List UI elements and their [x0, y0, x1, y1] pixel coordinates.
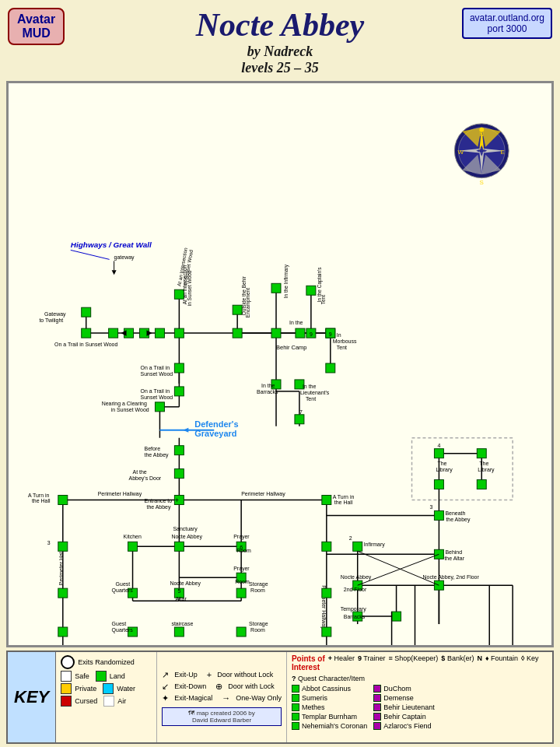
air-label: Air: [117, 697, 126, 705]
svg-rect-115: [155, 402, 164, 412]
exit-magic-label: Exit-Magical: [174, 694, 212, 702]
header: AvatarMUD Nocte Abbey by Nadreck levels …: [0, 0, 560, 79]
page-wrapper: AvatarMUD Nocte Abbey by Nadreck levels …: [0, 0, 560, 747]
svg-text:Before: Before: [145, 446, 161, 451]
svg-text:Library: Library: [478, 467, 495, 473]
npc-azlaroc: Azlaroc's Fiend: [373, 722, 435, 730]
svg-text:9: 9: [329, 331, 332, 337]
svg-text:Nocte Abbey: Nocte Abbey: [170, 580, 201, 587]
svg-text:the Hall: the Hall: [334, 500, 353, 505]
npc-nehemiah: Nehemiah's Coronan: [292, 722, 367, 730]
svg-text:In: In: [337, 332, 341, 338]
svg-text:Barracks: Barracks: [257, 389, 278, 395]
water-swatch: [103, 683, 114, 694]
svg-text:the Abbey: the Abbey: [146, 504, 171, 510]
svg-text:Storage: Storage: [249, 621, 268, 627]
svg-rect-112: [174, 387, 184, 396]
svg-rect-121: [174, 446, 184, 455]
svg-rect-171: [236, 627, 246, 637]
svg-text:in Sunset Wood: in Sunset Wood: [187, 270, 192, 306]
svg-text:to Twilight: to Twilight: [39, 317, 63, 324]
legend-exits: ↗ Exit-Up + Door without Lock ↙ Exit-Dow…: [157, 652, 287, 742]
svg-text:9: 9: [310, 331, 313, 337]
svg-text:W: W: [458, 149, 464, 156]
svg-text:Room: Room: [250, 627, 265, 633]
svg-text:N: N: [479, 131, 484, 138]
door-no-lock-label: Door without Lock: [217, 671, 273, 679]
svg-rect-0: [9, 104, 551, 624]
svg-text:Lieutenant's: Lieutenant's: [300, 390, 330, 395]
cursed-swatch: [61, 696, 72, 707]
npc-dot: [373, 722, 381, 730]
svg-text:On a Trail in: On a Trail in: [141, 388, 170, 394]
npc-dot: [292, 694, 299, 702]
door-no-lock-icon: +: [207, 670, 212, 679]
npc-duchom: DuChom: [373, 685, 435, 693]
svg-text:Encampment: Encampment: [245, 288, 251, 317]
svg-text:the Abbey: the Abbey: [446, 517, 471, 523]
svg-text:Quarters: Quarters: [112, 627, 134, 633]
npc-dot: [373, 703, 381, 711]
svg-text:On a Trail in Sunset Wood: On a Trail in Sunset Wood: [54, 342, 117, 347]
water-label: Water: [117, 685, 135, 693]
svg-text:E: E: [501, 149, 505, 156]
svg-text:On a Trail in: On a Trail in: [141, 365, 170, 370]
svg-text:A Turn in: A Turn in: [333, 494, 355, 500]
header-subtitle2: levels 25 – 35: [0, 60, 560, 76]
svg-text:the Altar: the Altar: [444, 556, 464, 561]
cursed-label: Cursed: [75, 697, 97, 705]
npc-dot: [292, 685, 299, 693]
svg-rect-152: [174, 542, 184, 551]
svg-text:+: +: [175, 496, 179, 504]
svg-rect-197: [477, 480, 486, 489]
svg-text:Perimeter Hallway: Perimeter Hallway: [98, 491, 142, 497]
svg-rect-87: [306, 286, 316, 295]
svg-rect-199: [434, 510, 443, 520]
exit-up-icon: ↗: [162, 670, 169, 680]
svg-rect-190: [434, 449, 443, 458]
exits-randomized-row: Exits Randomized: [61, 655, 152, 669]
land-swatch: [96, 671, 107, 682]
svg-rect-76: [174, 328, 184, 338]
exit-down-label: Exit-Down: [174, 682, 206, 690]
svg-text:3: 3: [47, 540, 51, 545]
safe-label: Safe: [75, 672, 89, 680]
svg-text:Barracks: Barracks: [344, 614, 366, 619]
svg-text:S: S: [480, 179, 484, 186]
svg-text:the Hall: the Hall: [32, 498, 51, 503]
svg-rect-191: [477, 449, 486, 458]
svg-text:Kitchen: Kitchen: [124, 534, 142, 539]
legend-credits: 🗺 map created 2006 by David Edward Barbe…: [162, 707, 282, 726]
svg-rect-71: [82, 328, 91, 338]
svg-text:Tent: Tent: [337, 345, 347, 350]
npc-behir-cap: Behir Captain: [373, 713, 435, 721]
svg-text:Behir Camp: Behir Camp: [276, 344, 306, 351]
svg-text:Quarters: Quarters: [112, 587, 134, 594]
npc-behir-lt: Behir Lieutenant: [373, 703, 435, 711]
legend-terrain: Exits Randomized Safe Land Private Water…: [56, 652, 157, 742]
private-row: Private Water: [61, 683, 152, 694]
svg-text:Gateway: Gateway: [44, 311, 66, 317]
poi-npc-list: Abbot Cassinus Sumeris Methes Templar Bu…: [292, 684, 548, 731]
map-svg: S N W E Highways / Great Wall: [9, 83, 551, 645]
svg-rect-175: [322, 542, 331, 551]
exit-up-label: Exit-Up: [174, 671, 198, 679]
svg-text:in Sunset Wood: in Sunset Wood: [111, 407, 149, 412]
svg-rect-176: [322, 588, 331, 598]
svg-text:Behind: Behind: [445, 549, 462, 555]
svg-rect-86: [271, 328, 281, 338]
svg-rect-144: [128, 542, 138, 551]
svg-text:Room: Room: [235, 579, 250, 584]
npc-dot: [373, 694, 381, 702]
server-line1: avatar.outland.org: [470, 12, 544, 23]
svg-text:Guest: Guest: [116, 581, 131, 587]
svg-text:A Turn in: A Turn in: [28, 493, 50, 498]
svg-text:In the Infirmary: In the Infirmary: [283, 264, 289, 298]
svg-text:Storage: Storage: [249, 581, 268, 587]
svg-text:Sanctuary: Sanctuary: [173, 526, 198, 532]
exit-down-icon: ↙: [162, 682, 169, 692]
svg-rect-75: [155, 328, 164, 338]
svg-rect-104: [295, 415, 304, 424]
svg-text:4: 4: [437, 443, 440, 448]
svg-text:Temporary: Temporary: [341, 606, 366, 612]
